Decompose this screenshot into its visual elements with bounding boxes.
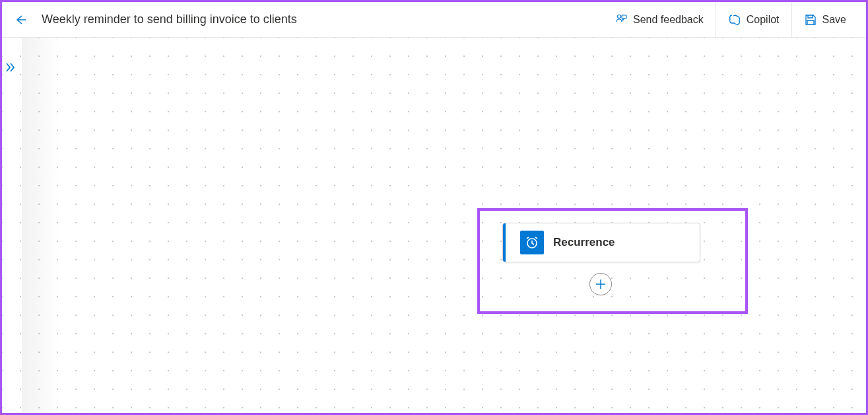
save-icon: [804, 13, 817, 26]
send-feedback-label: Send feedback: [633, 14, 704, 26]
copilot-button[interactable]: Copilot: [716, 2, 791, 37]
recurrence-trigger-card[interactable]: Recurrence: [502, 223, 700, 262]
header-actions: Send feedback Copilot Save: [603, 2, 858, 37]
trigger-accent-bar: [503, 223, 506, 262]
flow-title: Weekly reminder to send billing invoice …: [42, 13, 603, 26]
copilot-label: Copilot: [747, 14, 780, 26]
trigger-label: Recurrence: [553, 236, 615, 249]
canvas-dot-grid: [2, 38, 866, 413]
plus-icon: [594, 278, 607, 291]
save-label: Save: [822, 14, 846, 26]
chevron-double-right-icon: [5, 61, 17, 73]
header-bar: Weekly reminder to send billing invoice …: [2, 2, 866, 38]
copilot-icon: [728, 13, 741, 26]
svg-point-0: [617, 15, 620, 18]
save-button[interactable]: Save: [791, 2, 858, 37]
clock-icon: [520, 231, 544, 254]
feedback-icon: [615, 13, 628, 26]
back-button[interactable]: [10, 9, 31, 30]
add-step-button[interactable]: [589, 273, 612, 295]
arrow-left-icon: [14, 13, 27, 26]
svg-rect-1: [622, 15, 626, 19]
panel-expand-button[interactable]: [5, 61, 17, 76]
flow-canvas[interactable]: Recurrence: [2, 38, 866, 413]
send-feedback-button[interactable]: Send feedback: [603, 2, 716, 37]
app-frame: Weekly reminder to send billing invoice …: [0, 0, 868, 415]
